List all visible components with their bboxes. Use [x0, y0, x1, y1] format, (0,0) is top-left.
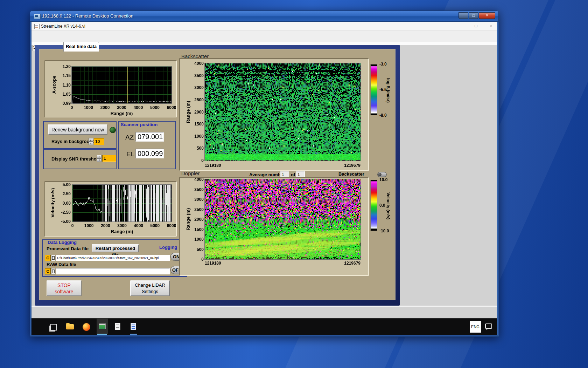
change-lidar-settings-button[interactable]: Change LiDARSettings	[130, 280, 170, 296]
tick-label: -8.0	[379, 113, 387, 118]
of-label: of	[291, 172, 295, 177]
processed-drive-button[interactable]: C	[45, 255, 51, 261]
tick-label: 1000	[194, 134, 204, 139]
panel-top-strip	[31, 42, 497, 45]
raw-drive-button[interactable]: C	[45, 268, 51, 274]
scan-schedule-icon[interactable]	[115, 323, 120, 330]
tick-label: 5000	[150, 223, 160, 228]
tick-label: 2000	[194, 217, 204, 222]
el-value-field[interactable]: 000.099	[135, 149, 164, 158]
background-led-indicator	[110, 127, 116, 133]
tick-label: 3000	[194, 85, 204, 90]
backscatter-display-toggle[interactable]	[377, 172, 387, 177]
raw-path-field[interactable]	[56, 268, 170, 274]
restart-processed-file-button[interactable]: Restart processed file	[92, 244, 139, 252]
tick-label: 2500	[194, 97, 204, 102]
tick-label: 1500	[194, 122, 204, 127]
backscatter-heatmap-canvas	[205, 63, 360, 161]
front-panel-frame: 1.201.151.101.050.99 A-scope 01000200030…	[35, 45, 400, 306]
ascope-x-ticks: 0100020003000400050006000	[72, 105, 172, 110]
tick-label: 0	[201, 257, 204, 262]
rdp-title: 192.168.0.122 - Remote Desktop Connectio…	[42, 13, 133, 19]
app-minimize-button[interactable]: –	[456, 23, 467, 29]
processed-browse-button[interactable]	[51, 255, 55, 261]
rays-spinner[interactable]	[89, 138, 93, 145]
tick-label: 2000	[101, 223, 110, 228]
tab-real-time-data[interactable]: Real time data	[63, 42, 99, 52]
tick-label: 0.99	[63, 101, 71, 106]
snr-spinner[interactable]	[97, 155, 102, 162]
tick-label: 1500	[194, 227, 204, 232]
window-border	[30, 335, 499, 337]
ascope-plot-canvas[interactable]	[72, 67, 172, 103]
tick-label: 1.10	[63, 83, 71, 88]
action-center-icon[interactable]	[485, 323, 492, 329]
rdp-minimize-button[interactable]: –	[458, 12, 468, 19]
window-border	[497, 22, 499, 335]
az-value-field[interactable]: 079.001	[135, 132, 164, 142]
tick-label: 1000	[194, 237, 204, 242]
desktop: 192.168.0.122 - Remote Desktop Connectio…	[0, 0, 588, 368]
tick-label: 1000	[84, 223, 94, 228]
backscatter-x-last: 1219679	[331, 163, 360, 168]
tick-label: 0.00	[63, 201, 71, 206]
notepad-document-icon[interactable]	[131, 323, 136, 330]
stop-line1: STOP	[57, 282, 71, 288]
backscatter-y-axis-label: Range (m)	[186, 91, 191, 133]
tick-label: 1.20	[63, 64, 71, 69]
rdp-maximize-button[interactable]: □	[469, 12, 478, 19]
firefox-icon[interactable]	[83, 323, 90, 331]
tick-label: 1.05	[63, 92, 71, 97]
tick-label: 4000	[194, 61, 204, 66]
tick-label: 1000	[84, 105, 93, 110]
tick-label: -2.50	[61, 210, 71, 215]
rays-value-field[interactable]: 10	[94, 138, 104, 145]
remote-desktop: StreamLine XR v14-6.vi – □ × System setu…	[31, 22, 497, 335]
tick-label: 5000	[150, 105, 160, 110]
tick-label: 2000	[100, 105, 110, 110]
velocity-y-axis-label: Velocity (m/s)	[50, 182, 55, 224]
tick-label: 2000	[194, 110, 204, 115]
app-restore-button[interactable]: □	[471, 23, 481, 29]
language-indicator[interactable]: ENG	[470, 321, 481, 333]
ascope-x-axis-label: Range (m)	[72, 111, 172, 116]
processed-path-field[interactable]: C:\Lidar\Data\Proc\2023\202309\20230921\…	[56, 255, 170, 261]
snr-value-field[interactable]: 1	[102, 155, 116, 162]
tick-label: 3500	[194, 73, 204, 78]
change-line1: Change LiDAR	[135, 282, 165, 288]
scanner-position-title: Scanner position	[121, 122, 158, 127]
tick-label: 3000	[117, 105, 126, 110]
tick-label: 0	[71, 223, 74, 228]
raw-browse-button[interactable]	[51, 268, 55, 274]
tick-label: 3000	[194, 197, 204, 202]
tick-label: 6000	[167, 223, 176, 228]
backscatter-colorbar-label: log B (/m/sr)	[386, 67, 391, 114]
tick-label: 0	[201, 158, 204, 163]
file-explorer-icon[interactable]	[66, 324, 74, 329]
streamline-app-icon[interactable]	[99, 323, 106, 329]
tick-label: 4000	[134, 223, 143, 228]
backscatter-x-first: 1219180	[205, 163, 221, 168]
doppler-heatmap-canvas	[205, 179, 360, 259]
az-label: AZ	[125, 134, 134, 141]
app-title: StreamLine XR v14-6.vi	[41, 24, 85, 29]
raw-data-file-label: RAW Data file	[47, 262, 76, 267]
rdp-close-button[interactable]: ×	[479, 12, 495, 19]
backscatter-y-ticks: 40003500300025002000150010005000	[188, 63, 204, 161]
tick-label: 10.0	[379, 177, 387, 182]
tick-label: 0	[71, 105, 73, 110]
task-view-icon[interactable]	[50, 324, 57, 330]
tick-label: 4000	[134, 105, 143, 110]
doppler-colorbar-label: Velocity (m/s)	[386, 183, 391, 229]
tick-label: 1.15	[63, 73, 71, 78]
renew-background-button[interactable]: Renew background now	[48, 124, 107, 135]
change-line2: Settings	[142, 289, 158, 294]
doppler-colorbar	[370, 180, 377, 231]
stop-software-button[interactable]: STOPsoftware	[47, 280, 82, 296]
doppler-y-ticks: 40003500300025002000150010005000	[188, 179, 204, 259]
ascope-y-ticks: 1.201.151.101.050.99	[56, 67, 71, 103]
tick-label: 2.50	[63, 191, 71, 196]
app-close-button[interactable]: ×	[486, 23, 496, 29]
rdp-titlebar: 192.168.0.122 - Remote Desktop Connectio…	[30, 11, 499, 22]
tab-strip: System setup Real time data Temp/humidit…	[31, 31, 497, 42]
